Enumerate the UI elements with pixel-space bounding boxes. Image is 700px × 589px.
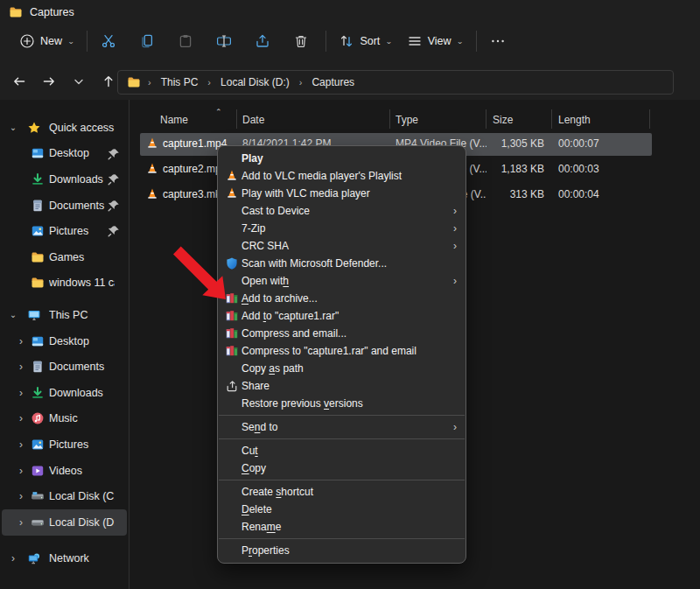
sidebar-item-label: Downloads (49, 173, 115, 186)
back-button[interactable] (7, 69, 32, 94)
sidebar-item-downloads[interactable]: Downloads (2, 166, 127, 193)
copy-button[interactable] (131, 28, 163, 54)
chevron-right-icon[interactable]: › (16, 438, 26, 451)
menu-item-add-to-archive[interactable]: Add to archive... (218, 290, 466, 307)
sidebar-item-windows-11-capptu[interactable]: windows 11 capptu (2, 270, 127, 297)
column-header-size[interactable]: Size (493, 114, 513, 126)
menu-item-open-with[interactable]: Open with› (218, 272, 466, 290)
chevron-down-icon[interactable]: ⌄ (8, 123, 18, 132)
new-button[interactable]: New ⌄ (12, 29, 81, 53)
sidebar-item-pictures[interactable]: Pictures (2, 218, 127, 244)
menu-item-label: Rename (242, 521, 281, 533)
menu-item-add-to-vlc-media-player-s-playlist[interactable]: Add to VLC media player's Playlist (218, 167, 466, 185)
menu-item-add-to-capture1-rar[interactable]: Add to "capture1.rar" (218, 307, 466, 325)
sidebar-item-documents[interactable]: Documents (2, 193, 127, 219)
chevron-right-icon[interactable]: › (8, 552, 18, 564)
column-header-length[interactable]: Length (558, 114, 591, 126)
menu-item-crc-sha[interactable]: CRC SHA› (218, 237, 466, 255)
chevron-right-icon[interactable]: › (16, 412, 26, 424)
sidebar-item-desktop[interactable]: ›Desktop (2, 328, 127, 354)
sidebar-item-games[interactable]: Games (2, 244, 127, 270)
share-button[interactable] (247, 28, 278, 54)
breadcrumb-chevron-icon: › (147, 77, 152, 88)
share-arrow-icon (225, 379, 239, 393)
forward-button[interactable] (37, 69, 61, 94)
delete-button[interactable] (285, 28, 317, 54)
chevron-right-icon[interactable]: › (16, 490, 26, 502)
chevron-down-icon[interactable]: ⌄ (8, 310, 18, 319)
sidebar-item-local-disk-d-[interactable]: ›Local Disk (D:) (2, 509, 127, 536)
navigation-row: ›This PC›Local Disk (D:)›Captures (0, 63, 700, 100)
file-cell-length: 00:00:07 (558, 137, 599, 150)
chevron-right-icon[interactable]: › (16, 465, 26, 477)
sidebar-item-music[interactable]: ›Music (2, 406, 127, 432)
chevron-right-icon[interactable]: › (16, 387, 26, 399)
menu-item-play-with-vlc-media-player[interactable]: Play with VLC media player (218, 185, 466, 202)
forward-arrow-icon (42, 74, 56, 88)
menu-item-7-zip[interactable]: 7-Zip› (218, 220, 466, 237)
navigation-sidebar: ⌄Quick accessDesktopDownloadsDocumentsPi… (0, 100, 129, 589)
view-button[interactable]: View ⌄ (400, 29, 471, 53)
sidebar-item-label: Games (49, 251, 115, 263)
breadcrumb-segment[interactable]: Local Disk (D:) (218, 74, 292, 90)
chevron-right-icon[interactable]: › (16, 516, 26, 529)
see-more-button[interactable] (482, 28, 514, 54)
column-divider[interactable] (551, 109, 552, 129)
menu-item-share[interactable]: Share (218, 377, 466, 395)
cut-button[interactable] (93, 28, 124, 54)
address-bar[interactable]: ›This PC›Local Disk (D:)›Captures (117, 70, 674, 95)
sidebar-item-label: This PC (49, 309, 115, 321)
menu-item-label: Properties (242, 544, 290, 557)
menu-item-label: Cast to Device (242, 205, 310, 217)
sidebar-item-documents[interactable]: ›Documents (2, 354, 127, 380)
menu-item-copy[interactable]: Copy (218, 459, 466, 477)
paste-button[interactable] (170, 28, 201, 54)
menu-item-play[interactable]: Play (218, 150, 466, 167)
breadcrumb-segment[interactable]: This PC (158, 74, 201, 90)
sidebar-item-pictures[interactable]: ›Pictures (2, 431, 127, 458)
column-divider[interactable] (389, 109, 390, 129)
menu-item-copy-as-path[interactable]: Copy as path (218, 360, 466, 377)
menu-item-create-shortcut[interactable]: Create shortcut (218, 483, 466, 501)
menu-item-cut[interactable]: Cut (218, 442, 466, 459)
sidebar-item-local-disk-c-[interactable]: ›Local Disk (C:) (2, 483, 127, 509)
sort-button[interactable]: Sort ⌄ (332, 29, 399, 53)
menu-item-rename[interactable]: Rename (218, 518, 466, 536)
menu-item-delete[interactable]: Delete (218, 501, 466, 518)
menu-item-restore-previous-versions[interactable]: Restore previous versions (218, 395, 466, 412)
sidebar-item-desktop[interactable]: Desktop (2, 141, 127, 167)
winrar-icon (225, 344, 239, 358)
column-divider[interactable] (236, 109, 237, 129)
sidebar-item-label: Quick access (49, 122, 115, 134)
toolbar-separator (476, 31, 477, 52)
chevron-right-icon[interactable]: › (16, 335, 26, 347)
menu-item-properties[interactable]: Properties (218, 542, 466, 559)
titlebar: Captures (0, 0, 700, 25)
menu-item-scan-with-microsoft-defender[interactable]: Scan with Microsoft Defender... (218, 255, 466, 272)
menu-item-cast-to-device[interactable]: Cast to Device› (218, 202, 466, 220)
sidebar-item-this-pc[interactable]: ⌄This PC (2, 302, 127, 328)
this-pc-icon (27, 308, 41, 322)
column-header-type[interactable]: Type (396, 114, 418, 126)
menu-item-send-to[interactable]: Send to› (218, 418, 466, 436)
column-header-name[interactable]: Name⌃ (160, 114, 188, 126)
sidebar-item-label: Downloads (49, 387, 115, 399)
sidebar-item-quick-access[interactable]: ⌄Quick access (2, 115, 127, 141)
star-icon (27, 121, 41, 135)
rename-button[interactable] (208, 28, 240, 54)
music-icon (31, 411, 45, 425)
breadcrumb-chevron-icon: › (206, 77, 212, 88)
menu-item-compress-to-capture1-rar-and-email[interactable]: Compress to "capture1.rar" and email (218, 342, 466, 360)
sidebar-item-network[interactable]: ›Network (2, 546, 127, 572)
sidebar-item-downloads[interactable]: ›Downloads (2, 380, 127, 406)
breadcrumb-segment[interactable]: Captures (309, 74, 357, 90)
sidebar-item-videos[interactable]: ›Videos (2, 458, 127, 484)
column-divider[interactable] (486, 109, 486, 129)
recent-locations-button[interactable] (66, 69, 91, 94)
menu-item-compress-and-email[interactable]: Compress and email... (218, 325, 466, 342)
column-header-date[interactable]: Date (242, 114, 264, 126)
chevron-right-icon[interactable]: › (16, 361, 26, 373)
file-cell-length: 00:00:03 (558, 163, 599, 175)
pin-icon (107, 224, 121, 238)
column-divider[interactable] (649, 109, 650, 129)
